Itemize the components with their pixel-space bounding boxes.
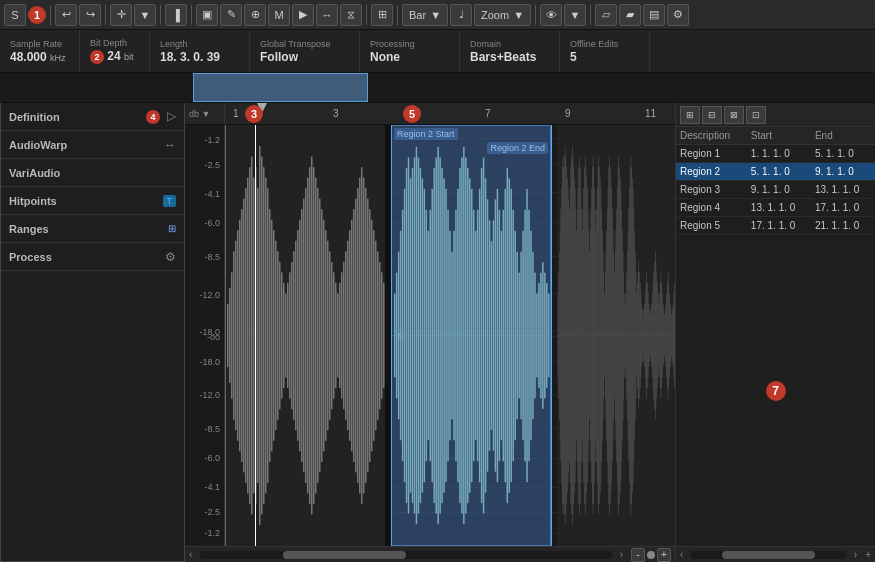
- panel-item-variaudio[interactable]: VariAudio: [1, 159, 184, 187]
- layout-1[interactable]: ▱: [595, 4, 617, 26]
- right-panel-scrollbar[interactable]: ‹ › +: [676, 546, 875, 562]
- panel-item-process[interactable]: Process ⚙: [1, 243, 184, 271]
- bit-depth-label: Bit Depth: [90, 38, 139, 48]
- svg-rect-255: [621, 209, 622, 462]
- overview-selection[interactable]: [193, 73, 368, 102]
- redo-button[interactable]: ↪: [79, 4, 101, 26]
- length-section: Length 18. 3. 0. 39: [150, 30, 250, 72]
- table-row-4[interactable]: Region 4 13. 1. 1. 0 17. 1. 1. 0: [676, 199, 875, 217]
- grid-snap[interactable]: ⊞: [371, 4, 393, 26]
- eye-button[interactable]: 👁: [540, 4, 562, 26]
- svg-rect-195: [578, 167, 579, 504]
- rp-scrollbar-thumb[interactable]: [722, 551, 815, 559]
- svg-rect-32: [283, 283, 285, 388]
- main-toolbar: S 1 ↩ ↪ ✛ ▼ ▐ ▣ ✎ ⊕ M ▶ ↔ ⧖ ⊞ Bar ▼ ♩ Zo…: [0, 0, 875, 30]
- svg-rect-35: [289, 272, 291, 398]
- svg-rect-251: [619, 157, 620, 515]
- panel-item-definition[interactable]: Definition 4 ▷: [1, 103, 184, 131]
- layout-3[interactable]: ▤: [643, 4, 665, 26]
- zoom-dropdown[interactable]: Zoom ▼: [474, 4, 531, 26]
- zoom-control: - +: [627, 548, 675, 562]
- table-row-2[interactable]: Region 2 5. 1. 1. 0 9. 1. 1. 0: [676, 163, 875, 181]
- table-row-5[interactable]: Region 5 17. 1. 1. 0 21. 1. 1. 0: [676, 217, 875, 235]
- rp-scrollbar-track[interactable]: [691, 551, 845, 559]
- svg-rect-54: [327, 241, 329, 430]
- logo-button[interactable]: S: [4, 4, 26, 26]
- svg-rect-158: [538, 283, 539, 388]
- svg-rect-97: [418, 157, 419, 513]
- region-2[interactable]: Region 2 Start Region 2 End S: [391, 125, 551, 546]
- scrub-tool[interactable]: ↔: [316, 4, 338, 26]
- select-tool[interactable]: ▣: [196, 4, 218, 26]
- table-row-1[interactable]: Region 1 1. 1. 1. 0 5. 1. 1. 0: [676, 145, 875, 163]
- svg-rect-259: [624, 293, 625, 377]
- scrollbar-track[interactable]: [200, 551, 611, 559]
- magnify-tool[interactable]: ⊕: [244, 4, 266, 26]
- warp-tool[interactable]: ⧖: [340, 4, 362, 26]
- rp-zoom-plus[interactable]: +: [861, 549, 875, 560]
- separator-1: [50, 5, 51, 25]
- svg-rect-42: [303, 199, 305, 473]
- zoom-out-btn[interactable]: -: [631, 548, 645, 562]
- svg-rect-237: [608, 167, 609, 504]
- eye-dropdown[interactable]: ▼: [564, 4, 586, 26]
- pencil-tool[interactable]: ✎: [220, 4, 242, 26]
- panel-item-ranges[interactable]: Ranges ⊞: [1, 215, 184, 243]
- svg-rect-216: [593, 167, 594, 504]
- svg-rect-175: [564, 157, 565, 515]
- undo-button[interactable]: ↩: [55, 4, 77, 26]
- svg-rect-270: [632, 178, 633, 494]
- cell-end-1: 5. 1. 1. 0: [811, 145, 875, 163]
- scroll-right-btn[interactable]: ›: [616, 549, 627, 560]
- svg-rect-66: [351, 220, 353, 452]
- level-button[interactable]: ▐: [165, 4, 187, 26]
- move-tool[interactable]: ✛: [110, 4, 132, 26]
- bar-dropdown[interactable]: Bar ▼: [402, 4, 448, 26]
- svg-rect-173: [563, 157, 564, 515]
- rp-btn-4[interactable]: ⊡: [746, 106, 766, 124]
- rp-btn-1[interactable]: ⊞: [680, 106, 700, 124]
- svg-rect-40: [299, 220, 301, 452]
- svg-rect-190: [575, 188, 576, 483]
- svg-rect-87: [398, 252, 399, 420]
- svg-rect-126: [475, 231, 476, 441]
- scroll-left-btn[interactable]: ‹: [185, 549, 196, 560]
- svg-rect-307: [659, 304, 660, 367]
- rp-btn-2[interactable]: ⊟: [702, 106, 722, 124]
- editor-content: -1.2 -2.5 -4.1 -6.0 -8.5 -12.0 -18.0 -oo…: [185, 125, 675, 546]
- rp-btn-3[interactable]: ⊠: [724, 106, 744, 124]
- svg-rect-31: [281, 272, 283, 398]
- svg-rect-58: [335, 283, 337, 388]
- svg-rect-116: [455, 210, 456, 461]
- svg-rect-241: [611, 188, 612, 483]
- col-description: Description: [676, 127, 747, 145]
- zoom-in-btn[interactable]: +: [657, 548, 671, 562]
- domain-section: Domain Bars+Beats: [460, 30, 560, 72]
- mute-tool[interactable]: M: [268, 4, 290, 26]
- svg-rect-64: [347, 241, 349, 430]
- bottom-scrollbar[interactable]: ‹ › - +: [185, 546, 675, 562]
- panel-item-audiowarp[interactable]: AudioWarp ↔: [1, 131, 184, 159]
- svg-rect-118: [459, 168, 460, 503]
- waveform-main[interactable]: Event Start S const svgns = 'http://www.…: [225, 125, 675, 546]
- right-panel-toolbar: ⊞ ⊟ ⊠ ⊡: [676, 103, 875, 127]
- tool-dropdown[interactable]: ▼: [134, 4, 156, 26]
- region-3plus[interactable]: [557, 125, 675, 546]
- metronome-button[interactable]: ♩: [450, 4, 472, 26]
- waveform-overview[interactable]: // Generate random waveform bars inline …: [0, 73, 875, 103]
- layout-2[interactable]: ▰: [619, 4, 641, 26]
- audiowarp-icon: ↔: [164, 138, 176, 152]
- ruler[interactable]: db ▼ 1 3 3 5 5 7 9 11: [185, 103, 675, 125]
- play-tool[interactable]: ▶: [292, 4, 314, 26]
- variaudio-label: VariAudio: [9, 167, 60, 179]
- rp-scroll-left[interactable]: ‹: [676, 549, 687, 560]
- svg-rect-117: [457, 189, 458, 482]
- region-1[interactable]: Event Start S const svgns = 'http://www.…: [225, 125, 385, 546]
- offline-edits-value: 5: [570, 50, 639, 64]
- scrollbar-thumb[interactable]: [283, 551, 406, 559]
- panel-item-hitpoints[interactable]: Hitpoints T: [1, 187, 184, 215]
- svg-rect-171: [561, 188, 562, 483]
- table-row-3[interactable]: Region 3 9. 1. 1. 0 13. 1. 1. 0: [676, 181, 875, 199]
- rp-scroll-right[interactable]: ›: [850, 549, 861, 560]
- settings-button[interactable]: ⚙: [667, 4, 689, 26]
